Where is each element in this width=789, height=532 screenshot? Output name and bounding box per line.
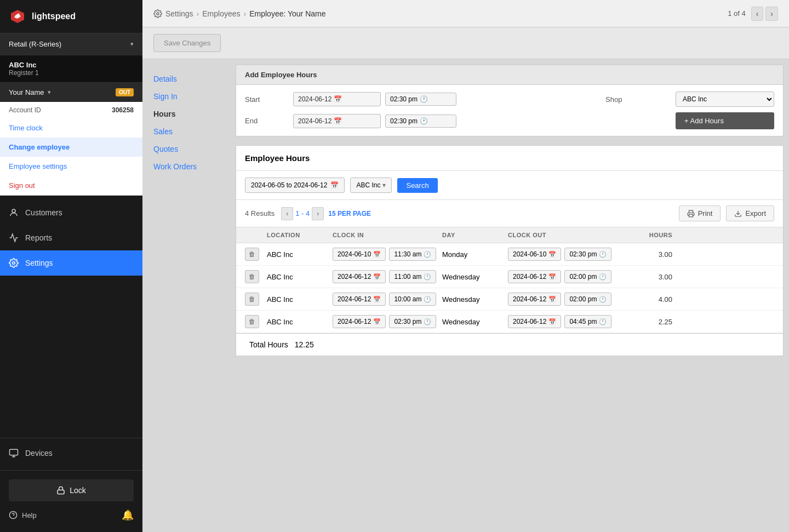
delete-row-button[interactable]: 🗑	[245, 270, 259, 283]
breadcrumb: Settings › Employees › Employee: Your Na…	[153, 9, 326, 18]
date-range-input[interactable]: 2024-06-05 to 2024-06-12 📅	[245, 178, 345, 193]
end-label: End	[245, 117, 289, 125]
calendar-icon2: 📅	[334, 117, 342, 125]
chart-icon	[9, 233, 19, 243]
print-button[interactable]: Print	[679, 205, 721, 221]
customers-label: Customers	[25, 208, 62, 217]
row-clock-in: 2024-06-12 📅 02:30 pm 🕐	[333, 315, 442, 328]
nav-work-orders[interactable]: Work Orders	[142, 158, 230, 175]
sidebar-item-reports[interactable]: Reports	[0, 225, 142, 250]
calendar-row-icon: 📅	[373, 273, 381, 281]
next-employee-button[interactable]: ›	[765, 7, 778, 21]
employee-settings-link[interactable]: Employee settings	[0, 157, 142, 176]
shop-filter-dropdown[interactable]: ABC Inc ▾	[350, 178, 392, 193]
sign-out-link[interactable]: Sign out	[0, 176, 142, 195]
svg-rect-5	[58, 490, 64, 494]
row-day: Wednesday	[442, 318, 508, 326]
delete-row-button[interactable]: 🗑	[245, 315, 259, 328]
nav-sign-in[interactable]: Sign In	[142, 88, 230, 105]
nav-arrows: ‹ ›	[751, 7, 778, 21]
sidebar-item-customers[interactable]: Customers	[0, 200, 142, 225]
end-time-input[interactable]: 02:30 pm 🕐	[385, 115, 456, 128]
store-selector[interactable]: Retail (R-Series) ▾	[0, 33, 142, 55]
register-name: Register 1	[9, 69, 134, 77]
start-time-input[interactable]: 02:30 pm 🕐	[385, 93, 456, 106]
prev-employee-button[interactable]: ‹	[751, 7, 764, 21]
col-header-clock-in: CLOCK IN	[333, 232, 442, 238]
nav-hours[interactable]: Hours	[142, 105, 230, 123]
store-name: Retail (R-Series)	[9, 40, 61, 48]
export-button[interactable]: Export	[726, 205, 774, 221]
end-date-value: 2024-06-12	[298, 117, 331, 125]
col-header-clock-out: CLOCK OUT	[508, 232, 628, 238]
sidebar-bottom: Lock Help 🔔	[0, 470, 142, 532]
row-day: Wednesday	[442, 295, 508, 304]
row-location: ABC Inc	[267, 318, 333, 326]
row-clock-in: 2024-06-12 📅 11:00 am 🕐	[333, 270, 442, 283]
breadcrumb-current: Employee: Your Name	[249, 9, 325, 18]
add-hours-button[interactable]: + Add Hours	[676, 112, 774, 129]
next-page-button[interactable]: ›	[312, 207, 324, 220]
lock-button[interactable]: Lock	[9, 479, 134, 501]
row-day: Wednesday	[442, 273, 508, 281]
logo-text: lightspeed	[32, 12, 76, 21]
row-hours: 4.00	[628, 295, 672, 304]
print-label: Print	[698, 209, 713, 218]
row-clock-out: 2024-06-12 📅 02:00 pm 🕐	[508, 270, 628, 283]
user-selector[interactable]: Your Name ▾ OUT	[0, 83, 142, 102]
devices-label: Devices	[25, 449, 53, 457]
sidebar-item-settings[interactable]: Settings	[0, 250, 142, 276]
save-changes-button[interactable]: Save Changes	[153, 34, 221, 52]
total-row: Total Hours 12.25	[236, 333, 783, 356]
table-row: 🗑 ABC Inc 2024-06-12 📅 10:00 am 🕐 Wednes…	[236, 288, 783, 311]
nav-details[interactable]: Details	[142, 70, 230, 88]
calendar-icon: 📅	[334, 95, 342, 103]
account-info: ABC Inc Register 1	[0, 55, 142, 83]
row-hours: 3.00	[628, 250, 672, 259]
topbar-right: 1 of 4 ‹ ›	[728, 7, 778, 21]
nav-quotes[interactable]: Quotes	[142, 140, 230, 158]
help-label: Help	[22, 511, 37, 519]
delete-row-button[interactable]: 🗑	[245, 248, 259, 261]
total-label: Total Hours	[249, 340, 288, 349]
account-id-label: Account ID	[9, 106, 41, 114]
total-value: 12.25	[295, 340, 314, 349]
export-icon	[734, 210, 742, 218]
help-link[interactable]: Help	[9, 511, 37, 519]
end-time-value: 02:30 pm	[390, 117, 418, 125]
gear-icon	[9, 258, 19, 268]
calendar-row-icon: 📅	[373, 318, 381, 325]
row-clock-out: 2024-06-12 📅 04:45 pm 🕐	[508, 315, 628, 328]
pagination-text: 1 of 4	[728, 9, 746, 18]
print-icon	[687, 210, 695, 218]
clock-row-icon: 🕐	[424, 318, 431, 325]
nav-sales[interactable]: Sales	[142, 123, 230, 140]
calendar-out-icon: 📅	[548, 296, 556, 303]
chevron-down-icon: ▾	[48, 89, 51, 96]
notification-bell-icon[interactable]: 🔔	[122, 509, 134, 521]
sidebar-nav: Customers Reports Settings Devices	[0, 196, 142, 470]
account-name: ABC Inc	[9, 61, 134, 69]
svg-rect-2	[10, 449, 18, 455]
search-button[interactable]: Search	[397, 178, 437, 193]
per-page[interactable]: 15 PER PAGE	[328, 210, 371, 218]
clock-row-icon: 🕐	[424, 251, 431, 258]
row-clock-out: 2024-06-10 📅 02:30 pm 🕐	[508, 248, 628, 261]
delete-row-button[interactable]: 🗑	[245, 293, 259, 306]
shop-select[interactable]: ABC Inc	[676, 91, 774, 107]
breadcrumb-sep1: ›	[197, 9, 199, 18]
sidebar-item-devices[interactable]: Devices	[0, 441, 142, 466]
end-date-input[interactable]: 2024-06-12 📅	[293, 114, 381, 128]
calendar-row-icon: 📅	[373, 251, 381, 258]
table-row: 🗑 ABC Inc 2024-06-12 📅 02:30 pm 🕐 Wednes…	[236, 311, 783, 333]
export-label: Export	[745, 209, 766, 218]
shop-filter-value: ABC Inc	[356, 181, 380, 189]
start-date-input[interactable]: 2024-06-12 📅	[293, 92, 381, 106]
change-employee-link[interactable]: Change employee	[0, 138, 142, 157]
prev-page-button[interactable]: ‹	[281, 207, 293, 220]
settings-label: Settings	[25, 259, 53, 267]
main-content: Settings › Employees › Employee: Your Na…	[142, 0, 789, 532]
breadcrumb-sep2: ›	[244, 9, 247, 18]
clock-out-icon: 🕐	[599, 251, 607, 258]
time-clock-link[interactable]: Time clock	[0, 118, 142, 138]
